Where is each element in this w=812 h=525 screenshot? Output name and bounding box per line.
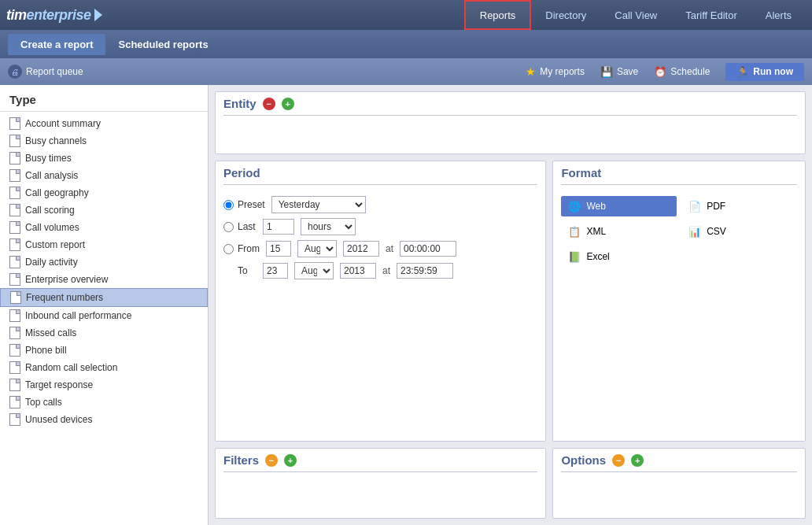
period-last-row: Last hours days weeks months [223,218,537,235]
doc-icon [9,117,20,130]
doc-icon [9,309,20,322]
type-item-call-geography[interactable]: Call geography [0,184,208,201]
format-xml-option[interactable]: 📋 XML [561,221,677,242]
logo: timenterprise [6,7,102,24]
nav-tab-directory[interactable]: Directory [531,0,600,30]
filters-minus-button[interactable]: − [265,454,278,467]
type-item-missed-calls[interactable]: Missed calls [0,324,208,342]
type-item-unused-devices[interactable]: Unused devices [0,411,208,428]
type-item-call-analysis[interactable]: Call analysis [0,167,208,184]
right-panels: Entity − + Period Preset [209,85,812,525]
xml-icon: 📋 [567,224,581,238]
report-queue-button[interactable]: 🖨 Report queue [8,65,83,79]
nav-tab-tariffeditor[interactable]: Tariff Editor [671,0,751,30]
toolbar: 🖨 Report queue ★ My reports 💾 Save ⏰ Sch… [0,58,812,85]
toolbar-right: ★ My reports 💾 Save ⏰ Schedule 🏃 Run now [526,63,804,81]
last-value-input[interactable] [263,219,294,235]
doc-icon [9,361,20,374]
type-item-call-scoring[interactable]: Call scoring [0,201,208,219]
logo-arrow-icon [94,9,102,21]
to-day-input[interactable] [263,263,288,279]
doc-icon [9,135,20,147]
format-pdf-option[interactable]: 📄 PDF [681,196,797,216]
filters-title: Filters [223,453,259,467]
type-list-container[interactable]: Account summary Busy channels Busy times… [0,112,208,525]
type-item-call-volumes[interactable]: Call volumes [0,219,208,236]
entity-minus-button[interactable]: − [263,98,275,110]
from-radio-label[interactable]: From [223,243,260,254]
floppy-icon: 💾 [600,66,613,78]
nav-tab-alerts[interactable]: Alerts [751,0,806,30]
last-radio-label[interactable]: Last [223,221,257,232]
filters-panel-header: Filters − + [223,453,537,472]
tab-create-report[interactable]: Create a report [8,34,105,55]
from-month-select[interactable]: AugJanFebMarAprMayJunJulSepOctNovDec [297,240,337,257]
doc-icon [9,152,20,165]
save-button[interactable]: 💾 Save [600,66,638,78]
type-item-inbound-call-performance[interactable]: Inbound call performance [0,307,208,324]
schedule-icon: ⏰ [654,66,666,78]
options-plus-button[interactable]: + [631,454,644,467]
type-item-target-response[interactable]: Target response [0,376,208,394]
type-item-enterprise-overview[interactable]: Enterprise overview [0,271,208,288]
format-panel: Format 🌐 Web 📄 PDF 📋 [552,161,806,442]
doc-icon [9,169,20,182]
to-label: To [223,265,257,276]
format-excel-option[interactable]: 📗 Excel [561,246,677,267]
to-year-input[interactable] [340,263,376,279]
period-preset-row: Preset Yesterday Today This week Last we… [223,196,537,213]
doc-icon [9,413,20,426]
middle-row: Period Preset Yesterday Today This week [215,161,806,442]
type-item-custom-report[interactable]: Custom report [0,236,208,253]
type-item-busy-times[interactable]: Busy times [0,150,208,167]
doc-icon [9,396,20,409]
doc-icon [9,256,20,268]
type-item-daily-activity[interactable]: Daily activity [0,253,208,271]
doc-icon [9,221,20,234]
doc-icon [9,238,20,251]
my-reports-button[interactable]: ★ My reports [526,65,585,78]
type-item-frequent-numbers[interactable]: Frequent numbers [0,288,208,307]
entity-plus-button[interactable]: + [282,98,294,110]
doc-icon [9,273,20,286]
nav-tab-reports[interactable]: Reports [464,0,532,30]
from-time-input[interactable] [400,241,456,257]
nav-tab-callview[interactable]: Call View [600,0,671,30]
filters-plus-button[interactable]: + [284,454,297,467]
run-now-button[interactable]: 🏃 Run now [725,63,804,81]
top-nav-bar: timenterprise Reports Directory Call Vie… [0,0,812,30]
to-time-input[interactable] [397,263,453,279]
last-unit-select[interactable]: hours days weeks months [301,218,356,235]
preset-select[interactable]: Yesterday Today This week Last week This… [271,196,366,213]
type-item-top-calls[interactable]: Top calls [0,394,208,411]
format-csv-option[interactable]: 📊 CSV [681,221,797,242]
doc-icon [9,379,20,391]
type-item-phone-bill[interactable]: Phone bill [0,342,208,359]
period-from-row: From AugJanFebMarAprMayJunJulSepOctNovDe… [223,240,537,257]
last-radio[interactable] [223,222,234,232]
preset-radio-label[interactable]: Preset [223,199,265,210]
format-grid: 🌐 Web 📄 PDF 📋 XML 📊 [561,190,797,267]
type-item-random-call-selection[interactable]: Random call selection [0,359,208,376]
type-header: Type [0,85,208,112]
from-radio[interactable] [223,244,234,254]
type-list: Account summary Busy channels Busy times… [0,112,208,431]
doc-icon [9,187,20,199]
web-icon: 🌐 [567,199,581,213]
type-item-busy-channels[interactable]: Busy channels [0,132,208,150]
options-minus-button[interactable]: − [612,454,625,467]
report-queue-icon: 🖨 [8,65,22,79]
from-day-input[interactable] [266,241,291,257]
to-at-label: at [382,265,390,276]
type-item-account-summary[interactable]: Account summary [0,115,208,132]
entity-title: Entity [223,97,257,110]
tab-scheduled-reports[interactable]: Scheduled reports [105,34,220,55]
format-web-option[interactable]: 🌐 Web [561,196,677,216]
from-year-input[interactable] [343,241,379,257]
format-title: Format [561,166,601,179]
schedule-button[interactable]: ⏰ Schedule [654,66,710,78]
preset-radio[interactable] [223,200,234,210]
excel-icon: 📗 [567,250,581,264]
doc-icon [9,204,20,216]
to-month-select[interactable]: AugJanFebMarAprMayJunJulSepOctNovDec [294,262,334,279]
